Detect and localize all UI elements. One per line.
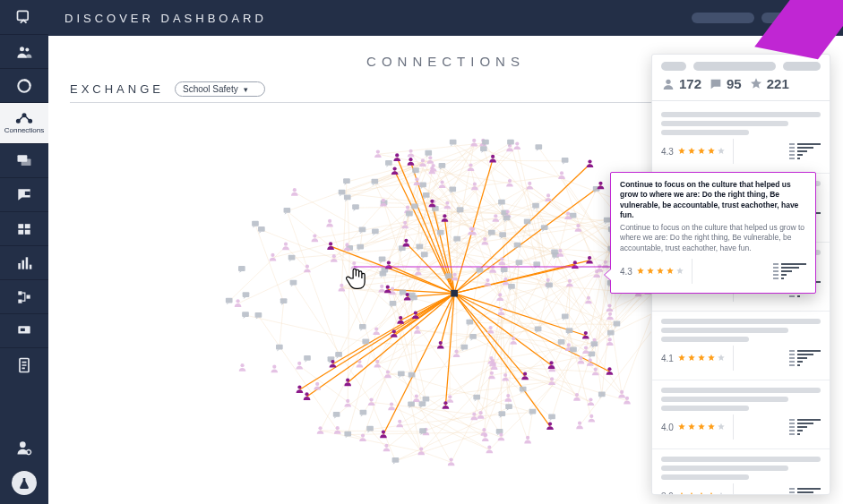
svg-line-229: [293, 284, 371, 403]
svg-point-622: [305, 392, 308, 396]
svg-rect-412: [412, 167, 419, 173]
nav-grid[interactable]: [0, 211, 48, 245]
svg-point-416: [386, 370, 390, 373]
svg-point-494: [398, 420, 401, 423]
svg-rect-588: [503, 215, 511, 220]
result-card[interactable]: 4.1: [652, 312, 830, 380]
svg-line-274: [229, 246, 286, 301]
svg-point-419: [608, 337, 612, 341]
exchange-select-value: School Safety: [183, 84, 238, 94]
svg-rect-541: [570, 346, 577, 352]
svg-rect-601: [392, 457, 400, 463]
result-card[interactable]: 4.0: [652, 380, 830, 449]
svg-point-608: [384, 444, 388, 448]
nav-doc[interactable]: [0, 347, 48, 381]
svg-point-557: [472, 139, 476, 142]
svg-rect-16: [26, 257, 29, 269]
svg-point-628: [588, 256, 591, 260]
nav-donut[interactable]: [0, 68, 48, 102]
svg-point-452: [419, 448, 423, 451]
svg-point-639: [443, 214, 446, 218]
svg-point-471: [271, 253, 274, 257]
panel-list[interactable]: 4.3 4.2: [652, 101, 830, 494]
svg-point-606: [469, 163, 472, 167]
nav-connections[interactable]: Connections: [0, 102, 48, 143]
tooltip-body: Continue to focus on the culture that he…: [620, 223, 806, 253]
svg-point-564: [594, 368, 598, 372]
stat-people: 172: [661, 76, 701, 91]
svg-rect-9: [25, 191, 30, 194]
svg-point-502: [482, 428, 486, 431]
svg-rect-579: [411, 203, 418, 209]
svg-rect-510: [276, 345, 283, 350]
svg-line-132: [421, 451, 451, 462]
nav-people[interactable]: [0, 34, 48, 68]
nav-tree[interactable]: [0, 279, 48, 313]
svg-point-512: [469, 227, 473, 231]
svg-rect-10: [18, 224, 23, 228]
svg-rect-548: [290, 280, 297, 286]
svg-line-94: [370, 416, 474, 429]
svg-point-612: [486, 278, 489, 282]
svg-rect-396: [255, 312, 262, 318]
header-placeholder-1: [692, 13, 754, 23]
svg-point-632: [414, 311, 417, 314]
sidebar: Connections: [0, 0, 48, 504]
svg-rect-391: [379, 256, 386, 261]
svg-line-211: [389, 164, 480, 271]
svg-rect-441: [469, 334, 477, 339]
svg-point-435: [506, 209, 510, 213]
svg-point-625: [386, 286, 390, 289]
svg-rect-499: [372, 229, 379, 235]
svg-line-169: [503, 218, 621, 235]
svg-rect-19: [18, 299, 22, 303]
tooltip-histogram: [773, 263, 806, 279]
svg-rect-505: [498, 200, 505, 205]
svg-rect-406: [419, 401, 426, 406]
nav-chat-bubble[interactable]: [0, 177, 48, 211]
svg-point-511: [361, 433, 365, 437]
svg-point-538: [608, 312, 612, 316]
svg-line-326: [411, 295, 412, 405]
nav-chat-multi[interactable]: [0, 143, 48, 177]
svg-line-159: [484, 378, 505, 432]
svg-point-642: [392, 329, 396, 333]
nav-bar-chart[interactable]: [0, 245, 48, 279]
nav-flask[interactable]: [12, 470, 37, 495]
exchange-select[interactable]: School Safety ▾: [175, 81, 265, 97]
result-card[interactable]: 3.9: [652, 449, 830, 494]
svg-point-635: [548, 422, 552, 425]
svg-rect-384: [421, 252, 428, 257]
svg-line-131: [337, 374, 388, 415]
svg-point-617: [406, 293, 409, 296]
svg-point-468: [604, 261, 607, 264]
comment-icon: [709, 77, 723, 91]
svg-rect-12: [18, 229, 23, 234]
nav-user-settings[interactable]: [0, 431, 48, 465]
svg-point-559: [589, 414, 593, 418]
svg-line-58: [570, 331, 592, 419]
svg-line-334: [507, 186, 530, 219]
svg-point-631: [584, 331, 588, 335]
svg-rect-395: [280, 298, 288, 303]
svg-rect-482: [516, 260, 523, 265]
svg-rect-481: [398, 372, 405, 377]
svg-point-640: [404, 239, 408, 243]
svg-line-213: [425, 148, 510, 255]
svg-point-492: [430, 167, 434, 170]
svg-point-626: [588, 159, 591, 163]
svg-point-465: [512, 337, 515, 340]
svg-rect-444: [419, 428, 426, 433]
svg-line-34: [363, 289, 382, 328]
svg-rect-534: [243, 292, 250, 297]
svg-point-619: [443, 401, 447, 405]
svg-rect-456: [562, 314, 569, 320]
svg-point-491: [454, 349, 458, 353]
svg-point-383: [546, 278, 550, 282]
svg-rect-530: [505, 404, 512, 409]
svg-line-340: [500, 297, 577, 397]
star-icon: [749, 77, 763, 91]
nav-pinned[interactable]: [0, 313, 48, 347]
svg-point-562: [340, 284, 343, 287]
result-card[interactable]: 4.3: [652, 105, 830, 174]
